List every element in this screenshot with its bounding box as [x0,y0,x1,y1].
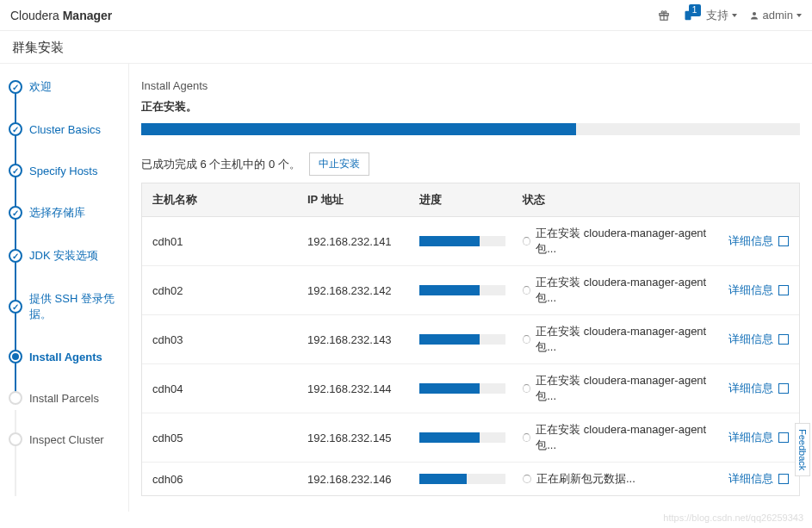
detail-link[interactable]: 详细信息 [728,332,773,347]
step-label: Install Parcels [29,392,99,405]
cell-detail: 详细信息 [711,381,789,396]
step-status-icon [9,300,22,314]
notification-icon[interactable]: 1 [682,9,694,22]
svg-point-4 [664,10,666,12]
cell-host: cdh05 [152,432,307,444]
step-label: Specify Hosts [29,165,97,177]
spinner-icon [523,237,530,245]
cell-status: 正在安装 cloudera-manager-agent 包... [523,324,711,355]
table-row: cdh02192.168.232.142正在安装 cloudera-manage… [142,266,799,315]
table-row: cdh04192.168.232.144正在安装 cloudera-manage… [142,364,799,413]
user-icon [749,10,759,21]
cell-ip: 192.168.232.143 [307,333,419,346]
wizard-step-8[interactable]: Inspect Cluster [9,432,120,446]
step-status-icon [9,391,22,405]
cell-progress [419,383,523,394]
detail-link[interactable]: 详细信息 [728,471,773,487]
detail-link[interactable]: 详细信息 [728,430,773,445]
feedback-tab[interactable]: Feedback [795,423,810,476]
popout-icon[interactable] [778,285,789,295]
cell-status: 正在安装 cloudera-manager-agent 包... [523,226,711,257]
step-label: Inspect Cluster [29,433,104,446]
cell-host: cdh04 [152,382,307,395]
chevron-down-icon [797,14,802,17]
overall-progress-bar [141,123,800,135]
popout-icon[interactable] [778,236,789,246]
brand-bold: Manager [63,9,113,22]
step-connector-pending [15,410,16,496]
wizard-step-0[interactable]: 欢迎 [9,79,120,95]
summary-row: 已成功完成 6 个主机中的 0 个。 中止安装 [141,152,800,176]
section-title: Install Agents [141,79,800,92]
step-label: 欢迎 [29,79,52,95]
cell-ip: 192.168.232.142 [307,284,419,297]
wizard-step-4[interactable]: JDK 安装选项 [9,248,120,264]
step-status-icon [9,350,22,363]
detail-link[interactable]: 详细信息 [728,381,773,396]
support-menu[interactable]: 支持 [706,8,737,23]
svg-point-6 [753,12,756,16]
cell-host: cdh03 [152,333,307,346]
step-label: 提供 SSH 登录凭据。 [29,291,120,322]
spinner-icon [523,475,531,483]
header-right: 1 支持 admin [658,8,802,23]
cell-host: cdh01 [152,235,307,248]
cell-ip: 192.168.232.141 [307,235,419,248]
wizard-step-7[interactable]: Install Parcels [9,391,120,405]
brand: Cloudera Manager [10,9,112,22]
step-status-icon [9,432,22,446]
cell-status: 正在安装 cloudera-manager-agent 包... [523,422,711,453]
wizard-step-2[interactable]: Specify Hosts [9,164,120,177]
cell-ip: 192.168.232.145 [307,432,419,444]
popout-icon[interactable] [778,334,789,345]
main-content: Install Agents 正在安装。 已成功完成 6 个主机中的 0 个。 … [129,64,812,512]
hosts-table: 主机名称 IP 地址 进度 状态 cdh01192.168.232.141正在安… [141,183,800,496]
table-header: 主机名称 IP 地址 进度 状态 [142,183,799,217]
cell-progress [419,474,523,484]
layout: 欢迎Cluster BasicsSpecify Hosts选择存储库JDK 安装… [0,64,812,512]
popout-icon[interactable] [778,432,789,443]
step-status-icon [9,249,22,263]
detail-link[interactable]: 详细信息 [728,283,773,298]
cell-host: cdh06 [152,473,307,486]
svg-point-3 [661,10,663,12]
wizard-step-3[interactable]: 选择存储库 [9,205,120,221]
cell-detail: 详细信息 [711,430,789,445]
summary-text: 已成功完成 6 个主机中的 0 个。 [141,157,301,172]
overall-progress-fill [141,123,576,135]
wizard-sidebar: 欢迎Cluster BasicsSpecify Hosts选择存储库JDK 安装… [0,64,129,512]
step-status-icon [9,206,22,220]
cell-progress [419,432,523,443]
wizard-step-5[interactable]: 提供 SSH 登录凭据。 [9,291,120,322]
chevron-down-icon [732,14,737,17]
cell-progress [419,236,523,246]
wizard-step-1[interactable]: Cluster Basics [9,122,120,136]
spinner-icon [523,286,530,295]
table-row: cdh03192.168.232.143正在安装 cloudera-manage… [142,315,799,364]
spinner-icon [523,433,530,442]
step-status-icon [9,122,22,136]
step-label: Install Agents [29,351,102,363]
gift-icon[interactable] [658,9,670,22]
popout-icon[interactable] [778,474,789,484]
cell-progress [419,285,523,295]
user-menu[interactable]: admin [749,9,802,22]
cell-status: 正在安装 cloudera-manager-agent 包... [523,275,711,306]
spinner-icon [523,384,530,393]
popout-icon[interactable] [778,383,789,394]
detail-link[interactable]: 详细信息 [728,233,773,249]
user-label: admin [763,9,793,22]
step-status-icon [9,164,22,177]
table-row: cdh01192.168.232.141正在安装 cloudera-manage… [142,217,799,266]
page-title: 群集安装 [0,31,812,64]
table-row: cdh06192.168.232.146正在刷新包元数据...详细信息 [142,463,799,495]
wizard-step-6[interactable]: Install Agents [9,350,120,363]
cell-progress [419,334,523,345]
cell-ip: 192.168.232.146 [307,473,419,486]
abort-button[interactable]: 中止安装 [309,152,369,176]
installing-label: 正在安装。 [141,99,800,115]
step-label: Cluster Basics [29,123,101,136]
step-label: JDK 安装选项 [29,248,98,264]
spinner-icon [523,335,530,344]
table-row: cdh05192.168.232.145正在安装 cloudera-manage… [142,413,799,463]
